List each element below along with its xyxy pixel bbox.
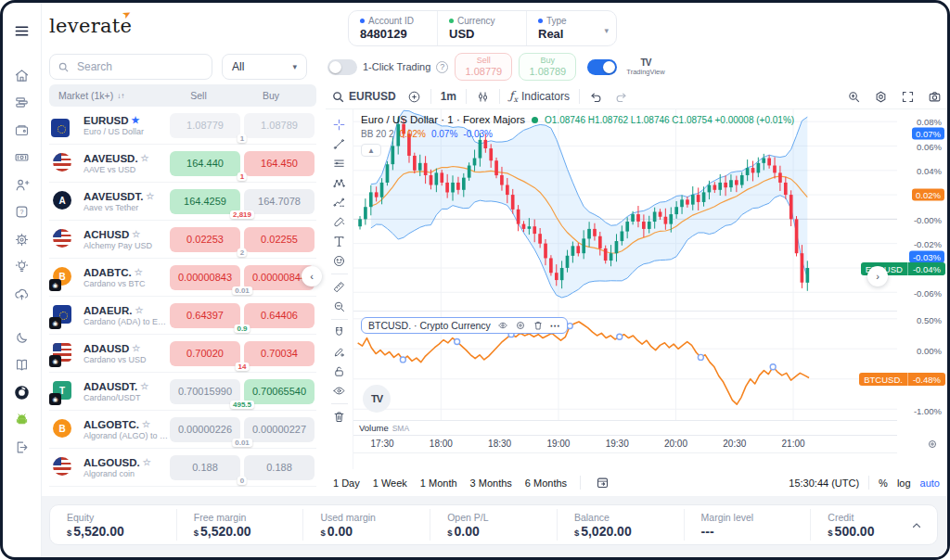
fullscreen-icon[interactable] [899,90,917,104]
logout-icon[interactable] [10,435,34,459]
favorite-star-icon[interactable]: ☆ [142,419,150,429]
watchlist-header[interactable]: Market (1k+)↓↑ Sell Buy [49,84,316,107]
menu-icon[interactable] [10,19,34,44]
price-axis[interactable]: 0.08%0.07%0.06%0.04%0.02%-0.00%-0.02%-0.… [897,109,947,469]
row-buy-button[interactable]: 0.70034 [244,341,315,366]
help-circle-icon[interactable]: ? [436,61,448,73]
chart-legend[interactable]: Euro / US Dollar · 1 · Forex Majors O1.0… [361,114,794,125]
watchlist-row-achusd[interactable]: ACHUSD☆Alchemy Pay USD0.022530.022552 [49,221,316,259]
unlock-icon[interactable] [329,362,350,381]
user-plus-icon[interactable] [10,172,34,197]
chart-settings-icon[interactable] [872,90,890,104]
collapse-watchlist-button[interactable]: ‹ [302,266,322,286]
crosshair-icon[interactable] [329,115,350,134]
watchlist-row-algousd[interactable]: ALGOUSD.☆Algorand coin0.1880.1880 [49,449,316,487]
fib-lines-icon[interactable] [329,154,350,173]
search-box[interactable] [49,54,212,80]
bb-indicator-legend[interactable]: BB 20 2 0.02% 0.07% -0.03% [361,129,493,139]
legend-collapse-button[interactable]: ▲ [361,144,381,157]
sort-icon[interactable]: ↓↑ [117,92,124,100]
row-buy-button[interactable]: 0.02255 [244,227,315,252]
brush-icon[interactable] [329,212,350,232]
range-tab-1-month[interactable]: 1 Month [420,477,457,489]
magnet-icon[interactable] [329,323,350,342]
row-buy-button[interactable]: 0.70065540 [244,379,315,404]
watchlist-row-aaveusdt[interactable]: AAAVEUSDT.☆Aave vs Tether164.4259164.707… [49,183,316,221]
trash-icon[interactable] [533,320,544,331]
watchlist-row-adausdt[interactable]: T◉ADAUSDT.☆Cardano/USDT0.700159900.70065… [49,373,316,411]
row-buy-button[interactable]: 0.188 [244,455,315,480]
trend-line-icon[interactable] [329,134,350,154]
row-sell-button[interactable]: 164.4259 [170,189,240,214]
row-sell-button[interactable]: 0.02253 [170,227,240,252]
help-icon[interactable]: ? [10,200,34,224]
watchlist-row-adausd[interactable]: ◉ADAUSD☆Cardano vs USD0.700200.7003414 [49,335,316,373]
favorite-star-icon[interactable]: ☆ [143,457,151,467]
indicators-button[interactable]: ƒxIndicators [507,89,571,104]
eye-icon[interactable] [497,320,508,331]
range-tab-1-week[interactable]: 1 Week [373,477,407,489]
eye-icon[interactable] [329,381,350,401]
undo-button[interactable] [587,90,605,104]
favorite-star-icon[interactable]: ☆ [132,229,140,239]
interval-button[interactable]: 1m [439,90,458,103]
coins-icon[interactable] [10,91,34,115]
favorite-star-icon[interactable]: ☆ [141,153,149,163]
gear-icon[interactable] [515,320,526,331]
one-click-trading-toggle[interactable] [327,59,357,75]
home-icon[interactable] [10,63,34,87]
emoji-icon[interactable] [329,251,350,271]
time-axis[interactable]: 17:3018:0018:3019:0019:3020:0020:3021:00 [353,436,897,453]
compare-add-button[interactable] [405,90,423,104]
favorite-star-icon[interactable]: ☆ [140,381,148,391]
row-sell-button[interactable]: 0.70020 [170,341,240,366]
account-type-segment[interactable]: Type Real ▾ [527,11,616,45]
favorite-star-icon[interactable]: ☆ [135,267,143,277]
row-sell-button[interactable]: 0.188 [170,455,240,480]
quick-search-icon[interactable] [845,90,863,104]
upload-icon[interactable] [10,282,34,306]
row-sell-button[interactable]: 0.70015990 [170,379,240,404]
auto-scale-button[interactable]: auto [920,477,940,489]
watchlist-row-algobtc[interactable]: BALGOBTC.☆Algorand (ALGO) to Bitcoin (BT… [49,411,316,449]
buy-button[interactable]: Buy1.08789 [519,53,576,81]
trash-icon[interactable] [329,407,350,426]
tradingview-toggle[interactable] [587,59,617,75]
gear-icon[interactable] [10,227,34,251]
row-buy-button[interactable]: 1.08789 [244,113,315,138]
row-buy-button[interactable]: 0.64406 [244,303,315,328]
zoom-out-icon[interactable] [329,297,350,316]
more-options-icon[interactable]: ⋯ [550,320,561,331]
row-sell-button[interactable]: 0.00000843 [170,265,240,290]
collapse-stats-icon[interactable] [911,518,922,535]
bulb-icon[interactable] [10,255,34,279]
watchlist-row-eurusd[interactable]: EURUSD★Euro / US Dollar1.087791.087891 [49,107,316,145]
watchlist-row-adabtc[interactable]: B◉ADABTC.☆Cardano vs BTC0.000008430.0000… [49,259,316,297]
redo-button[interactable] [612,90,630,104]
row-buy-button[interactable]: 0.00000227 [244,417,315,442]
btcusd-legend-pill[interactable]: BTCUSD. · Crypto Currency ⋯ [361,317,568,334]
percent-scale-button[interactable]: % [879,477,888,489]
text-icon[interactable] [329,232,350,251]
main-price-pane[interactable]: Euro / US Dollar · 1 · Forex Majors O1.0… [353,109,897,312]
filter-select[interactable]: All▾ [222,54,307,80]
edit-icon[interactable] [329,342,350,362]
range-tab-3-months[interactable]: 3 Months [470,477,512,489]
favorite-star-icon[interactable]: ★ [132,115,140,125]
wallet-icon[interactable] [10,118,34,142]
snapshot-camera-icon[interactable] [926,90,944,104]
android-icon[interactable] [10,408,34,432]
go-to-date-icon[interactable] [594,476,611,490]
chart-style-button[interactable] [474,90,492,104]
watchlist-row-adaeur[interactable]: ◉ADAEUR.☆Cardano (ADA) to Euro (EUR)0.64… [49,297,316,335]
favorite-star-icon[interactable]: ☆ [146,191,154,201]
log-scale-button[interactable]: log [897,477,911,489]
row-buy-button[interactable]: 164.7078 [244,189,315,214]
expand-panel-button[interactable]: › [867,266,888,286]
row-sell-button[interactable]: 0.64397 [170,303,240,328]
row-sell-button[interactable]: 1.08779 [170,113,240,138]
row-buy-button[interactable]: 164.450 [244,151,315,176]
disc-icon[interactable] [10,380,34,404]
xabcd-pattern-icon[interactable] [329,173,350,193]
favorite-star-icon[interactable]: ☆ [132,343,140,353]
